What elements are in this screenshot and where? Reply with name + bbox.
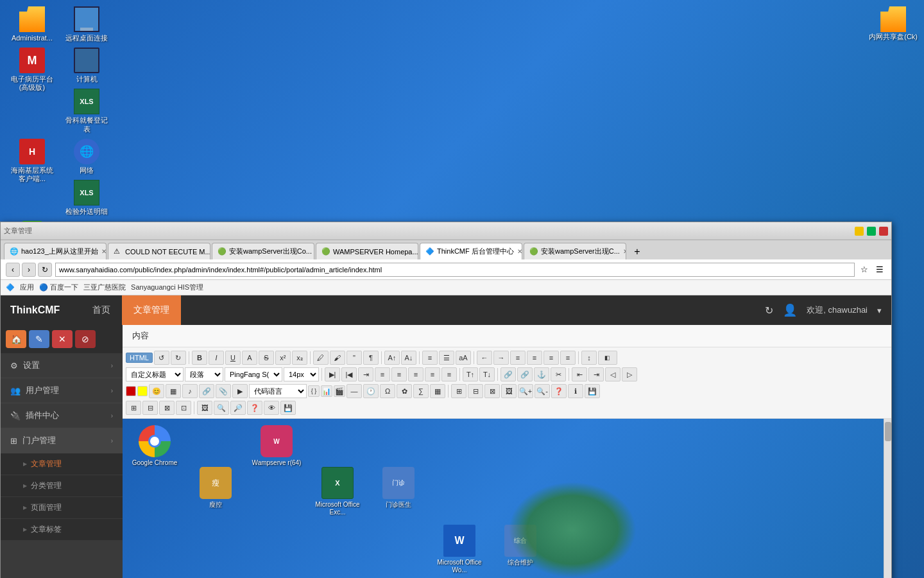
toolbar-video[interactable]: 🎬 — [334, 385, 345, 397]
minimize-btn[interactable] — [855, 227, 864, 236]
desktop-icon-computer[interactable]: 计算机 — [61, 48, 112, 83]
toolbar-emoji[interactable]: 😊 — [149, 384, 164, 398]
toolbar-row-insert[interactable]: ⊞ — [126, 401, 141, 415]
toolbar-zoom-out[interactable]: 🔍- — [535, 384, 550, 398]
toolbar-zoom2[interactable]: 🔍 — [214, 401, 229, 415]
toolbar-align-left[interactable]: ≡ — [510, 351, 526, 365]
toolbar-highlight[interactable]: 🖊 — [313, 351, 329, 365]
browser-tab-hao123[interactable]: 🌐 hao123_上网从这里开始 ✕ — [4, 243, 107, 259]
html-btn[interactable]: HTML — [126, 353, 153, 363]
toolbar-unlink[interactable]: 🔗 — [517, 367, 533, 381]
toolbar-strikethrough[interactable]: S — [259, 351, 274, 365]
sidebar-item-settings[interactable]: ⚙ 设置 › — [1, 353, 123, 378]
toolbar-fontsize-a[interactable]: T↑ — [463, 367, 478, 381]
toolbar-align-text[interactable]: aA — [456, 351, 471, 365]
toolbar-anchor[interactable]: ⚓ — [534, 367, 549, 381]
editor-icon-maintenance[interactable]: 综合 综合维护 — [495, 525, 546, 574]
toolbar-preview[interactable]: 👁 — [264, 401, 279, 415]
browser-tab-could-not[interactable]: ⚠ COULD NOT EECUTE M... ✕ — [108, 243, 210, 259]
toolbar-media[interactable]: ▶ — [232, 384, 248, 398]
editor-icon-clinic[interactable]: 门诊 门诊医生 — [373, 467, 424, 574]
address-input[interactable] — [55, 263, 855, 277]
submenu-category-mgmt[interactable]: 分类管理 — [1, 475, 123, 497]
toolbar-block-r[interactable]: ▷ — [622, 367, 637, 381]
toolbar-file[interactable]: 📎 — [216, 384, 231, 398]
toolbar-zoom3[interactable]: 🔎 — [230, 401, 246, 415]
toolbar-row-split[interactable]: ⊡ — [176, 401, 191, 415]
toolbar-align2-distribute[interactable]: ≡ — [441, 367, 457, 381]
toolbar-dash[interactable]: — — [346, 384, 362, 398]
format-select[interactable]: 段落 — [185, 367, 223, 381]
toolbar-table-delete[interactable]: ⊟ — [468, 384, 483, 398]
toolbar-fontsize-down[interactable]: A↓ — [401, 351, 416, 365]
cms-nav-home[interactable]: 首页 — [81, 295, 122, 325]
browser-tab-wamp-install[interactable]: 🟢 安装wampServer出现Co... ✕ — [212, 243, 314, 259]
editor-scrollbar[interactable] — [884, 419, 891, 578]
code-lang-select[interactable]: 代码语言 — [249, 384, 307, 398]
toolbar-align2-left[interactable]: ≡ — [375, 367, 390, 381]
sidebar-item-usermgmt[interactable]: 👥 用户管理 › — [1, 378, 123, 403]
toolbar-table-merge[interactable]: ⊠ — [484, 384, 500, 398]
refresh-icon[interactable]: ↻ — [765, 304, 773, 317]
toolbar-align-right[interactable]: ≡ — [543, 351, 559, 365]
desktop-icon-hainan[interactable]: H 海南基层系统客户端... — [6, 139, 58, 183]
sidebar-item-plugin[interactable]: 🔌 插件中心 › — [1, 403, 123, 428]
toolbar-align2-justify[interactable]: ≡ — [425, 367, 440, 381]
toolbar-redo[interactable]: ↻ — [171, 351, 186, 365]
toolbar-underline[interactable]: U — [225, 351, 241, 365]
maximize-btn[interactable] — [867, 227, 876, 236]
toolbar-play[interactable]: ▶| — [325, 367, 340, 381]
toolbar-table[interactable]: ▦ — [166, 384, 181, 398]
toolbar-link2[interactable]: 🔗 — [199, 384, 214, 398]
editor-icon-word[interactable]: W Microsoft Office Wo... — [434, 525, 485, 574]
tab-close-wamp2[interactable]: ✕ — [623, 248, 626, 255]
toolbar-indent-l[interactable]: ⇤ — [572, 367, 587, 381]
toolbar-pause[interactable]: |◀ — [341, 367, 357, 381]
toolbar-paint[interactable]: 🖌 — [330, 351, 345, 365]
toolbar-font-color[interactable]: A — [242, 351, 257, 365]
toolbar-lineheight[interactable]: ↕ — [581, 351, 597, 365]
bookmark-baidu[interactable]: 🔵 百度一下 — [39, 283, 78, 292]
size-select[interactable]: 14px — [284, 367, 319, 381]
toolbar-subscript[interactable]: x₂ — [292, 351, 307, 365]
toolbar-save[interactable]: 💾 — [585, 384, 600, 398]
new-tab-btn[interactable]: + — [629, 244, 645, 259]
toolbar-fontsize-b[interactable]: T↓ — [479, 367, 495, 381]
menu-btn[interactable]: ☰ — [873, 263, 886, 276]
sidebar-item-portal[interactable]: ⊞ 门户管理 › — [1, 428, 123, 453]
bookmark-star-btn[interactable]: ☆ — [858, 263, 871, 276]
editor-icon-chrome[interactable]: Google Chrome — [129, 425, 180, 574]
toolbar-source[interactable]: ◧ — [598, 351, 617, 365]
bookmark-apps[interactable]: 应用 — [20, 283, 34, 292]
toolbar-sym[interactable]: Ω — [380, 384, 395, 398]
toolbar-link[interactable]: 🔗 — [501, 367, 516, 381]
forward-btn[interactable]: › — [22, 263, 36, 277]
sidebar-icon-blue[interactable]: ✎ — [29, 330, 49, 348]
toolbar-time[interactable]: 🕐 — [363, 384, 379, 398]
tab-close-hao123[interactable]: ✕ — [101, 248, 107, 255]
toolbar-indent-r[interactable]: ⇥ — [588, 367, 604, 381]
submenu-page-mgmt[interactable]: 页面管理 — [1, 497, 123, 519]
toolbar-cut2[interactable]: ✂ — [551, 367, 566, 381]
back-btn[interactable]: ‹ — [6, 263, 20, 277]
browser-tab-wamp2[interactable]: 🟢 安装wampServer出现C... ✕ — [524, 243, 626, 259]
toolbar-quote[interactable]: " — [346, 351, 362, 365]
toolbar-fontsize-up[interactable]: A↑ — [384, 351, 400, 365]
toolbar-align-justify[interactable]: ≡ — [560, 351, 576, 365]
reload-btn[interactable]: ↻ — [38, 263, 52, 277]
toolbar-align2-right[interactable]: ≡ — [408, 367, 424, 381]
editor-icon-excel[interactable]: X Microsoft Office Exc... — [312, 467, 363, 574]
toolbar-italic[interactable]: I — [209, 351, 224, 365]
desktop-icon-admin[interactable]: Administrat... — [6, 6, 58, 42]
toolbar-align-center[interactable]: ≡ — [527, 351, 542, 365]
toolbar-help2[interactable]: ❓ — [247, 401, 262, 415]
font-select[interactable]: PingFang S( — [225, 367, 282, 381]
toolbar-row-merge[interactable]: ⊠ — [159, 401, 175, 415]
editor-icon-jindie[interactable]: 瘦 瘦控 — [190, 467, 241, 574]
toolbar-color-bg[interactable] — [137, 386, 148, 396]
toolbar-tab[interactable]: ⇥ — [358, 367, 373, 381]
sidebar-icon-orange[interactable]: 🏠 — [6, 330, 26, 348]
toolbar-superscript[interactable]: x² — [275, 351, 291, 365]
bookmark-hospital[interactable]: 三亚广慈医院 — [83, 283, 126, 292]
toolbar-row-delete[interactable]: ⊟ — [142, 401, 158, 415]
